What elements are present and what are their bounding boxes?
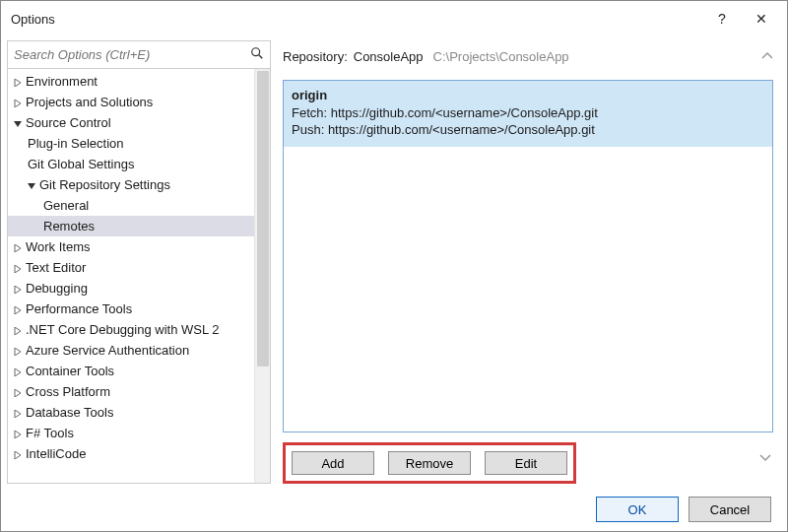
add-button[interactable]: Add (292, 451, 374, 475)
tree-item-container-tools[interactable]: Container Tools (8, 361, 254, 381)
chevron-right-icon (12, 260, 24, 275)
options-dialog: Options ? ✕ Environment Projects and Sol… (0, 0, 788, 532)
tree-item-environment[interactable]: Environment (8, 71, 254, 92)
remote-fetch-url: https://github.com/<username>/ConsoleApp… (331, 105, 598, 120)
chevron-up-icon[interactable] (761, 49, 773, 64)
close-button[interactable]: ✕ (742, 1, 781, 36)
right-panel: Repository: ConsoleApp C:\Projects\Conso… (271, 40, 781, 484)
tree-label: Database Tools (24, 405, 113, 420)
tree-item-git-global[interactable]: Git Global Settings (8, 154, 254, 174)
tree-label: Cross Platform (24, 384, 110, 399)
chevron-right-icon (12, 239, 24, 254)
svg-marker-4 (14, 121, 22, 127)
repo-path: C:\Projects\ConsoleApp (433, 49, 569, 64)
chevron-right-icon (12, 301, 24, 316)
svg-marker-15 (15, 431, 21, 438)
chevron-right-icon (12, 426, 24, 440)
tree-label: Azure Service Authentication (24, 343, 189, 358)
titlebar: Options ? ✕ (1, 1, 787, 36)
tree-label: Projects and Solutions (24, 95, 153, 109)
tree-label: Remotes (41, 219, 95, 233)
chevron-right-icon (12, 384, 24, 399)
chevron-right-icon (12, 95, 24, 109)
tree-label: Text Editor (24, 260, 86, 275)
svg-marker-10 (15, 327, 21, 335)
chevron-down-icon (26, 177, 37, 192)
tree-label: IntelliCode (24, 446, 86, 461)
remote-item-origin[interactable]: origin Fetch: https://github.com/<userna… (284, 81, 772, 147)
split-pane: Environment Projects and Solutions Sourc… (7, 40, 781, 484)
tree-item-work-items[interactable]: Work Items (8, 236, 254, 257)
left-panel: Environment Projects and Solutions Sourc… (7, 40, 271, 484)
window-title: Options (11, 12, 702, 27)
tree-scrollbar[interactable] (254, 69, 270, 483)
tree-label: Git Repository Settings (37, 177, 170, 192)
chevron-right-icon (12, 281, 24, 296)
tree-item-net-core-wsl[interactable]: .NET Core Debugging with WSL 2 (8, 319, 254, 340)
tree-item-projects[interactable]: Projects and Solutions (8, 92, 254, 112)
search-input[interactable] (8, 43, 244, 66)
svg-marker-11 (15, 348, 21, 356)
cancel-button[interactable]: Cancel (689, 497, 771, 522)
tree-label: Git Global Settings (26, 157, 134, 171)
tree-label: Work Items (24, 239, 91, 254)
chevron-right-icon (12, 343, 24, 358)
tree-item-cross-platform[interactable]: Cross Platform (8, 381, 254, 402)
edit-button[interactable]: Edit (485, 451, 567, 475)
tree-item-azure-auth[interactable]: Azure Service Authentication (8, 340, 254, 361)
chevron-down-icon[interactable] (759, 451, 771, 466)
remote-name: origin (292, 87, 764, 104)
svg-marker-3 (15, 100, 21, 107)
options-tree: Environment Projects and Solutions Sourc… (8, 69, 254, 483)
remote-push-url: https://github.com/<username>/ConsoleApp… (328, 122, 595, 137)
remote-fetch-label: Fetch: (292, 105, 327, 120)
ok-button[interactable]: OK (596, 497, 679, 522)
chevron-right-icon (12, 74, 24, 89)
remote-buttons-highlight: Add Remove Edit (283, 442, 576, 484)
chevron-right-icon (12, 322, 24, 337)
remove-button[interactable]: Remove (388, 451, 471, 475)
scrollbar-thumb[interactable] (257, 71, 269, 366)
remote-push-label: Push: (292, 122, 324, 137)
repo-name: ConsoleApp (354, 49, 424, 64)
svg-marker-6 (15, 244, 21, 252)
remote-fetch: Fetch: https://github.com/<username>/Con… (292, 104, 764, 122)
tree-item-general[interactable]: General (8, 195, 254, 216)
tree-item-plugin-selection[interactable]: Plug-in Selection (8, 133, 254, 154)
svg-point-0 (252, 48, 260, 56)
tree-label: Performance Tools (24, 301, 132, 316)
tree-item-source-control[interactable]: Source Control (8, 112, 254, 133)
dialog-body: Environment Projects and Solutions Sourc… (1, 36, 787, 532)
tree-item-text-editor[interactable]: Text Editor (8, 257, 254, 278)
svg-marker-13 (15, 389, 21, 397)
chevron-down-icon (12, 115, 24, 130)
svg-marker-8 (15, 286, 21, 294)
search-box (8, 41, 270, 69)
dialog-footer: OK Cancel (7, 484, 781, 532)
tree-label: Plug-in Selection (26, 136, 124, 151)
svg-marker-14 (15, 410, 21, 418)
tree-wrapper: Environment Projects and Solutions Sourc… (8, 69, 270, 483)
chevron-right-icon (12, 446, 24, 461)
svg-marker-12 (15, 368, 21, 376)
tree-label: General (41, 198, 89, 213)
tree-item-fsharp-tools[interactable]: F# Tools (8, 423, 254, 443)
tree-label: Debugging (24, 281, 88, 296)
tree-label: Source Control (24, 115, 111, 130)
remotes-list[interactable]: origin Fetch: https://github.com/<userna… (283, 80, 773, 432)
repo-key: Repository: (283, 49, 348, 64)
chevron-right-icon (12, 405, 24, 420)
tree-item-debugging[interactable]: Debugging (8, 278, 254, 299)
svg-marker-9 (15, 306, 21, 314)
tree-item-intellicode[interactable]: IntelliCode (8, 443, 254, 464)
tree-item-git-repo[interactable]: Git Repository Settings (8, 174, 254, 195)
tree-item-perf-tools[interactable]: Performance Tools (8, 299, 254, 319)
chevron-right-icon (12, 364, 24, 378)
help-button[interactable]: ? (702, 1, 742, 36)
tree-item-remotes[interactable]: Remotes (8, 216, 254, 236)
tree-item-db-tools[interactable]: Database Tools (8, 402, 254, 423)
svg-line-1 (259, 55, 263, 59)
svg-marker-7 (15, 265, 21, 273)
search-icon[interactable] (244, 46, 270, 63)
svg-marker-16 (15, 451, 21, 459)
